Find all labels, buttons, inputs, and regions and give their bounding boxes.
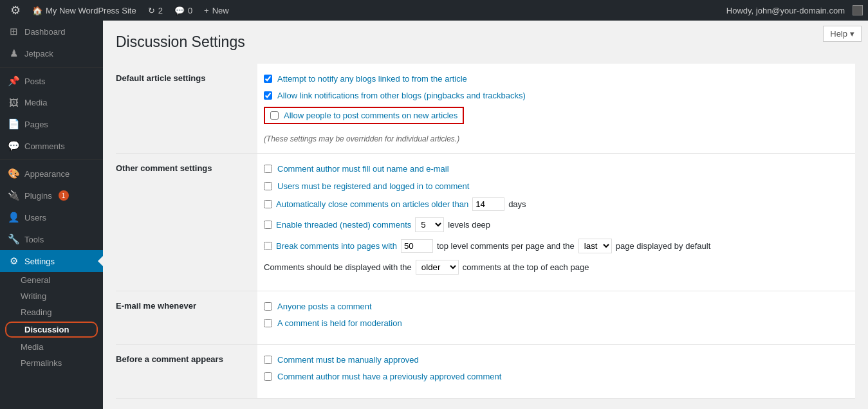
checkbox-row-anyone-posts: Anyone posts a comment — [264, 301, 849, 313]
allow-comments-checkbox[interactable] — [270, 111, 279, 120]
settings-table: Default article settings Attempt to noti… — [116, 64, 855, 399]
updates-icon: ↻ — [148, 6, 155, 15]
notify-blogs-checkbox[interactable] — [264, 75, 272, 83]
submenu-item-general[interactable]: General — [0, 272, 103, 288]
manually-approved-checkbox[interactable] — [264, 356, 272, 364]
allow-comments-label[interactable]: Allow people to post comments on new art… — [284, 111, 457, 120]
auto-close-row: Automatically close comments on articles… — [264, 197, 849, 211]
menu-separator — [0, 67, 103, 68]
sidebar-item-media[interactable]: 🖼 Media — [0, 92, 103, 113]
section-label-default-article: Default article settings — [116, 64, 257, 154]
howdy-text: Howdy, john@your-domain.com — [721, 6, 850, 15]
break-pages-label[interactable]: Break comments into pages with — [276, 241, 397, 251]
manually-approved-label[interactable]: Comment must be manually approved — [277, 354, 419, 366]
plugins-badge: 1 — [59, 190, 69, 201]
break-pages-count-input[interactable] — [401, 239, 433, 253]
checkbox-row-allow-pingbacks: Allow link notifications from other blog… — [264, 90, 849, 102]
previously-approved-checkbox[interactable] — [264, 372, 272, 381]
chevron-down-icon: ▾ — [850, 29, 854, 39]
sidebar-item-tools[interactable]: 🔧 Tools — [0, 228, 103, 250]
auto-close-days-label: days — [508, 199, 526, 209]
held-moderation-label[interactable]: A comment is held for moderation — [277, 318, 402, 329]
users-icon: 👤 — [8, 212, 19, 223]
home-icon: 🏠 — [32, 6, 42, 15]
sidebar-item-posts[interactable]: 📌 Posts — [0, 70, 103, 92]
default-article-settings-row: Default article settings Attempt to noti… — [116, 64, 855, 154]
updates-button[interactable]: ↻ 2 — [143, 0, 168, 21]
sidebar-item-jetpack[interactable]: ♟ Jetpack — [0, 42, 103, 64]
break-pages-row: Break comments into pages with top level… — [264, 239, 849, 253]
tools-icon: 🔧 — [8, 233, 19, 245]
break-pages-top-label: top level comments per page and the — [437, 241, 575, 251]
highlighted-comment-row-wrapper: Allow people to post comments on new art… — [264, 107, 849, 129]
posts-icon: 📌 — [8, 75, 19, 87]
display-order-pre-label: Comments should be displayed with the — [264, 262, 412, 272]
admin-sidebar: ⊞ Dashboard ♟ Jetpack 📌 Posts 🖼 Media 📄 … — [0, 21, 103, 409]
anyone-posts-label[interactable]: Anyone posts a comment — [277, 301, 372, 313]
sidebar-item-plugins[interactable]: 🔌 Plugins 1 — [0, 185, 103, 206]
checkbox-row-author-name-email: Comment author must fill out name and e-… — [264, 163, 849, 175]
settings-icon: ⚙ — [8, 255, 19, 267]
checkbox-row-notify-blogs: Attempt to notify any blogs linked to fr… — [264, 73, 849, 85]
sidebar-item-settings[interactable]: ⚙ Settings — [0, 250, 103, 272]
before-comment-appears-row: Before a comment appears Comment must be… — [116, 345, 855, 398]
submenu-item-writing[interactable]: Writing — [0, 288, 103, 304]
highlighted-comment-row: Allow people to post comments on new art… — [264, 107, 464, 124]
author-name-email-label[interactable]: Comment author must fill out name and e-… — [277, 163, 449, 175]
dashboard-icon: ⊞ — [8, 26, 19, 37]
section-content-other-comment: Comment author must fill out name and e-… — [257, 154, 855, 291]
settings-override-note: (These settings may be overridden for in… — [264, 134, 849, 143]
avatar[interactable] — [853, 5, 863, 15]
threaded-comments-label[interactable]: Enable threaded (nested) comments — [276, 220, 411, 230]
auto-close-checkbox[interactable] — [264, 200, 272, 208]
sidebar-item-comments[interactable]: 💬 Comments — [0, 135, 103, 157]
comments-icon: 💬 — [174, 6, 185, 15]
sidebar-item-dashboard[interactable]: ⊞ Dashboard — [0, 21, 103, 42]
admin-bar: ⚙ 🏠 My New WordPress Site ↻ 2 💬 0 + New … — [0, 0, 868, 21]
display-order-select[interactable]: newerolder — [416, 260, 459, 275]
sidebar-item-users[interactable]: 👤 Users — [0, 206, 103, 228]
checkbox-row-registered: Users must be registered and logged in t… — [264, 181, 849, 192]
checkbox-row-manually-approved: Comment must be manually approved — [264, 354, 849, 366]
other-comment-settings-row: Other comment settings Comment author mu… — [116, 154, 855, 291]
section-content-before-comment: Comment must be manually approved Commen… — [257, 345, 855, 398]
submenu-item-media-settings[interactable]: Media — [0, 339, 103, 355]
submenu-item-discussion[interactable]: Discussion — [5, 322, 98, 338]
auto-close-days-input[interactable] — [472, 197, 504, 211]
site-name[interactable]: 🏠 My New WordPress Site — [27, 0, 142, 21]
allow-pingbacks-label[interactable]: Allow link notifications from other blog… — [277, 90, 526, 102]
wp-logo[interactable]: ⚙ — [5, 0, 26, 21]
anyone-posts-checkbox[interactable] — [264, 302, 272, 311]
allow-pingbacks-checkbox[interactable] — [264, 91, 272, 100]
display-order-row: Comments should be displayed with the ne… — [264, 260, 849, 275]
previously-approved-label[interactable]: Comment author must have a previously ap… — [277, 371, 501, 383]
registered-logged-in-label[interactable]: Users must be registered and logged in t… — [277, 181, 469, 192]
section-content-email-whenever: Anyone posts a comment A comment is held… — [257, 291, 855, 344]
threaded-comments-select[interactable]: 12345 678910 — [415, 217, 444, 232]
sidebar-item-pages[interactable]: 📄 Pages — [0, 113, 103, 135]
jetpack-icon: ♟ — [8, 48, 19, 59]
break-pages-checkbox[interactable] — [264, 242, 272, 250]
registered-logged-in-checkbox[interactable] — [264, 182, 272, 190]
break-pages-order-select[interactable]: firstlast — [578, 239, 612, 253]
plus-icon: + — [204, 6, 209, 15]
submenu-item-permalinks[interactable]: Permalinks — [0, 355, 103, 371]
threaded-comments-depth-label: levels deep — [448, 220, 490, 230]
new-content-button[interactable]: + New — [199, 0, 234, 21]
threaded-comments-checkbox[interactable] — [264, 221, 272, 229]
break-pages-default-label: page displayed by default — [616, 241, 710, 251]
comments-button[interactable]: 💬 0 — [169, 0, 198, 21]
section-label-email-whenever: E-mail me whenever — [116, 291, 257, 344]
auto-close-label[interactable]: Automatically close comments on articles… — [276, 199, 468, 209]
comments-menu-icon: 💬 — [8, 140, 19, 152]
notify-blogs-label[interactable]: Attempt to notify any blogs linked to fr… — [277, 73, 467, 85]
sidebar-item-appearance[interactable]: 🎨 Appearance — [0, 163, 103, 185]
submenu-item-reading[interactable]: Reading — [0, 304, 103, 320]
appearance-icon: 🎨 — [8, 168, 19, 179]
held-moderation-checkbox[interactable] — [264, 319, 272, 327]
section-content-default-article: Attempt to notify any blogs linked to fr… — [257, 64, 855, 154]
author-name-email-checkbox[interactable] — [264, 165, 272, 173]
checkbox-row-previously-approved: Comment author must have a previously ap… — [264, 371, 849, 383]
help-button[interactable]: Help ▾ — [823, 26, 862, 42]
section-label-other-comment: Other comment settings — [116, 154, 257, 291]
